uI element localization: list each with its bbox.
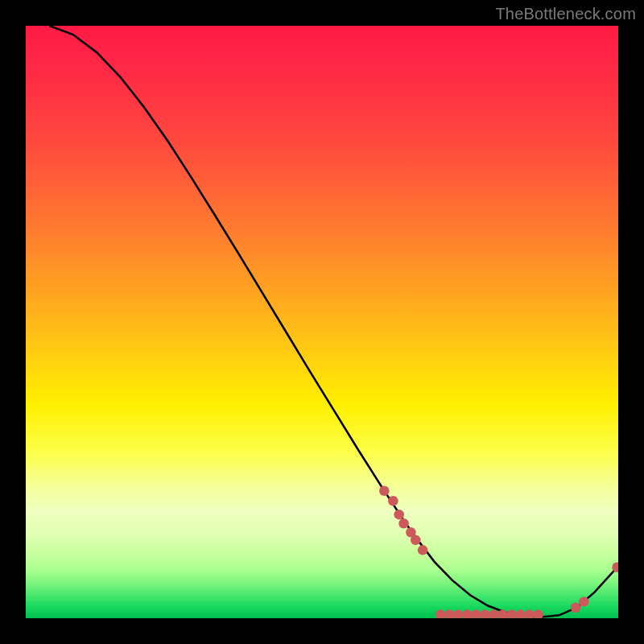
watermark-text: TheBottleneck.com: [495, 5, 636, 23]
plot-area: [26, 26, 618, 618]
chart-stage: TheBottleneck.com: [0, 0, 644, 644]
heat-gradient-background: [26, 26, 618, 618]
